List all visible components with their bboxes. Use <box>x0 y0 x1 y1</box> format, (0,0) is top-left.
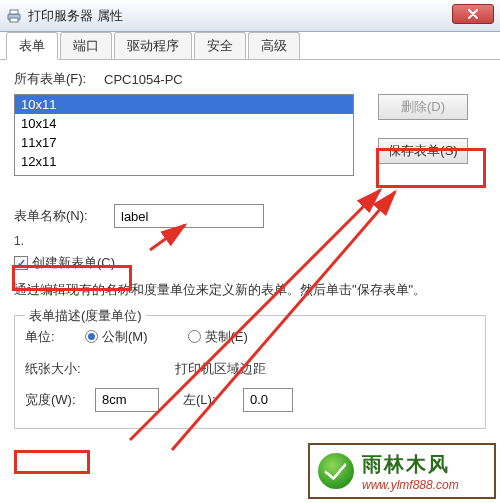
watermark-title: 雨林木风 <box>362 451 459 478</box>
close-icon <box>467 9 479 19</box>
svg-rect-2 <box>10 18 18 22</box>
unit-label: 单位: <box>25 328 85 346</box>
window-title: 打印服务器 属性 <box>28 7 123 25</box>
tab-strip: 表单 端口 驱动程序 安全 高级 <box>0 32 500 60</box>
forms-listbox[interactable]: 10x11 10x14 11x17 12x11 <box>14 94 354 176</box>
metric-radio[interactable] <box>85 330 98 343</box>
button-label: 保存表单(S) <box>388 142 457 160</box>
tab-advanced[interactable]: 高级 <box>248 32 300 59</box>
list-item-text: 10x14 <box>21 116 56 131</box>
form-name-input[interactable] <box>114 204 264 228</box>
list-item-text: 11x17 <box>21 135 56 150</box>
button-label: 删除(D) <box>401 98 445 116</box>
list-item[interactable]: 11x17 <box>15 133 353 152</box>
watermark-url: www.ylmf888.com <box>362 478 459 492</box>
imperial-label: 英制(E) <box>205 328 248 346</box>
metric-label: 公制(M) <box>102 328 148 346</box>
watermark-logo-icon <box>318 453 354 489</box>
highlight-width-label <box>14 450 90 474</box>
tab-label: 高级 <box>261 38 287 53</box>
tab-label: 端口 <box>73 38 99 53</box>
description-text: 通过编辑现有的名称和度量单位来定义新的表单。然后单击"保存表单"。 <box>14 280 486 301</box>
tab-forms[interactable]: 表单 <box>6 32 58 60</box>
window-titlebar: 打印服务器 属性 <box>0 0 500 32</box>
svg-rect-1 <box>10 10 18 14</box>
imperial-radio[interactable] <box>188 330 201 343</box>
tab-label: 安全 <box>207 38 233 53</box>
create-new-checkbox[interactable] <box>14 256 28 270</box>
tab-ports[interactable]: 端口 <box>60 32 112 59</box>
list-item[interactable]: 10x11 <box>15 95 353 114</box>
tab-drivers[interactable]: 驱动程序 <box>114 32 192 59</box>
printer-icon <box>6 8 22 24</box>
delete-button[interactable]: 删除(D) <box>378 94 468 120</box>
form-description-group: 表单描述(度量单位) 单位: 公制(M) 英制(E) 纸张大小: 打印机区域边距… <box>14 315 486 429</box>
tab-security[interactable]: 安全 <box>194 32 246 59</box>
width-input[interactable] <box>95 388 159 412</box>
form-name-label: 表单名称(N): <box>14 207 114 225</box>
left-margin-input[interactable] <box>243 388 293 412</box>
computer-name: CPC1054-PC <box>104 72 183 87</box>
margin-label: 打印机区域边距 <box>175 360 266 378</box>
group-legend: 表单描述(度量单位) <box>25 307 146 325</box>
list-item-text: 12x11 <box>21 154 56 169</box>
client-area: 所有表单(F): CPC1054-PC 10x11 10x14 11x17 12… <box>0 60 500 439</box>
list-item[interactable]: 10x14 <box>15 114 353 133</box>
list-item-text: 10x11 <box>21 97 56 112</box>
width-label: 宽度(W): <box>25 391 95 409</box>
watermark: 雨林木风 www.ylmf888.com <box>308 443 496 499</box>
all-forms-label: 所有表单(F): <box>14 70 104 88</box>
create-new-label: 创建新表单(C) <box>32 254 115 272</box>
list-item[interactable]: 12x11 <box>15 152 353 171</box>
tab-label: 表单 <box>19 38 45 53</box>
save-form-button[interactable]: 保存表单(S) <box>378 138 468 164</box>
close-button[interactable] <box>452 4 494 24</box>
step-indicator: 1. <box>14 234 486 248</box>
tab-label: 驱动程序 <box>127 38 179 53</box>
paper-size-label: 纸张大小: <box>25 360 175 378</box>
left-margin-label: 左(L): <box>183 391 243 409</box>
